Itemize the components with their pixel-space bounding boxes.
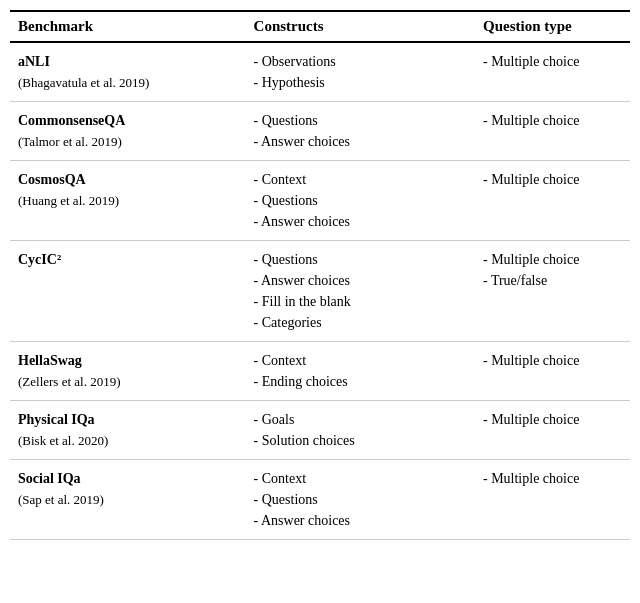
cell-benchmark-3: CycIC² xyxy=(10,241,246,342)
benchmark-table: Benchmark Constructs Question type aNLI(… xyxy=(10,10,630,540)
benchmark-citation: (Bisk et al. 2020) xyxy=(18,433,108,448)
table-row: CommonsenseQA(Talmor et al. 2019)- Quest… xyxy=(10,102,630,161)
table-row: Social IQa(Sap et al. 2019)- Context- Qu… xyxy=(10,460,630,540)
header-constructs: Constructs xyxy=(246,11,475,42)
construct-item: - Questions xyxy=(254,492,318,507)
cell-constructs-5: - Goals- Solution choices xyxy=(246,401,475,460)
cell-benchmark-6: Social IQa(Sap et al. 2019) xyxy=(10,460,246,540)
cell-qtype-0: - Multiple choice xyxy=(475,42,630,102)
construct-item: - Answer choices xyxy=(254,214,350,229)
cell-qtype-2: - Multiple choice xyxy=(475,161,630,241)
construct-item: - Categories xyxy=(254,315,322,330)
cell-qtype-6: - Multiple choice xyxy=(475,460,630,540)
cell-constructs-4: - Context- Ending choices xyxy=(246,342,475,401)
question-type-item: - Multiple choice xyxy=(483,412,579,427)
construct-item: - Answer choices xyxy=(254,134,350,149)
cell-constructs-0: - Observations- Hypothesis xyxy=(246,42,475,102)
benchmark-name: Social IQa xyxy=(18,471,81,486)
benchmark-name: CommonsenseQA xyxy=(18,113,125,128)
construct-item: - Questions xyxy=(254,252,318,267)
cell-qtype-5: - Multiple choice xyxy=(475,401,630,460)
construct-item: - Answer choices xyxy=(254,513,350,528)
cell-qtype-3: - Multiple choice- True/false xyxy=(475,241,630,342)
header-question-type: Question type xyxy=(475,11,630,42)
table-header-row: Benchmark Constructs Question type xyxy=(10,11,630,42)
construct-item: - Questions xyxy=(254,193,318,208)
question-type-item: - Multiple choice xyxy=(483,54,579,69)
construct-item: - Goals xyxy=(254,412,295,427)
table-row: Physical IQa(Bisk et al. 2020)- Goals- S… xyxy=(10,401,630,460)
cell-constructs-3: - Questions- Answer choices- Fill in the… xyxy=(246,241,475,342)
construct-item: - Context xyxy=(254,353,307,368)
cell-constructs-2: - Context- Questions- Answer choices xyxy=(246,161,475,241)
table-row: aNLI(Bhagavatula et al. 2019)- Observati… xyxy=(10,42,630,102)
benchmark-citation: (Bhagavatula et al. 2019) xyxy=(18,75,149,90)
header-benchmark: Benchmark xyxy=(10,11,246,42)
cell-constructs-6: - Context- Questions- Answer choices xyxy=(246,460,475,540)
cell-benchmark-5: Physical IQa(Bisk et al. 2020) xyxy=(10,401,246,460)
benchmark-name: Physical IQa xyxy=(18,412,95,427)
construct-item: - Ending choices xyxy=(254,374,348,389)
question-type-item: - Multiple choice xyxy=(483,172,579,187)
construct-item: - Context xyxy=(254,172,307,187)
cell-qtype-1: - Multiple choice xyxy=(475,102,630,161)
construct-item: - Fill in the blank xyxy=(254,294,351,309)
benchmark-name: HellaSwag xyxy=(18,353,82,368)
construct-item: - Observations xyxy=(254,54,336,69)
construct-item: - Hypothesis xyxy=(254,75,325,90)
benchmark-name: CosmosQA xyxy=(18,172,86,187)
construct-item: - Solution choices xyxy=(254,433,355,448)
benchmark-citation: (Zellers et al. 2019) xyxy=(18,374,121,389)
table-container: Benchmark Constructs Question type aNLI(… xyxy=(10,10,630,540)
benchmark-citation: (Talmor et al. 2019) xyxy=(18,134,122,149)
table-row: CycIC²- Questions- Answer choices- Fill … xyxy=(10,241,630,342)
cell-benchmark-0: aNLI(Bhagavatula et al. 2019) xyxy=(10,42,246,102)
construct-item: - Context xyxy=(254,471,307,486)
benchmark-name: aNLI xyxy=(18,54,50,69)
question-type-item: - Multiple choice xyxy=(483,113,579,128)
cell-benchmark-1: CommonsenseQA(Talmor et al. 2019) xyxy=(10,102,246,161)
question-type-item: - True/false xyxy=(483,273,547,288)
benchmark-citation: (Sap et al. 2019) xyxy=(18,492,104,507)
table-row: HellaSwag(Zellers et al. 2019)- Context-… xyxy=(10,342,630,401)
construct-item: - Questions xyxy=(254,113,318,128)
benchmark-citation: (Huang et al. 2019) xyxy=(18,193,119,208)
cell-benchmark-2: CosmosQA(Huang et al. 2019) xyxy=(10,161,246,241)
cell-constructs-1: - Questions- Answer choices xyxy=(246,102,475,161)
table-row: CosmosQA(Huang et al. 2019)- Context- Qu… xyxy=(10,161,630,241)
question-type-item: - Multiple choice xyxy=(483,252,579,267)
cell-benchmark-4: HellaSwag(Zellers et al. 2019) xyxy=(10,342,246,401)
construct-item: - Answer choices xyxy=(254,273,350,288)
question-type-item: - Multiple choice xyxy=(483,353,579,368)
cell-qtype-4: - Multiple choice xyxy=(475,342,630,401)
question-type-item: - Multiple choice xyxy=(483,471,579,486)
benchmark-name: CycIC² xyxy=(18,252,61,267)
